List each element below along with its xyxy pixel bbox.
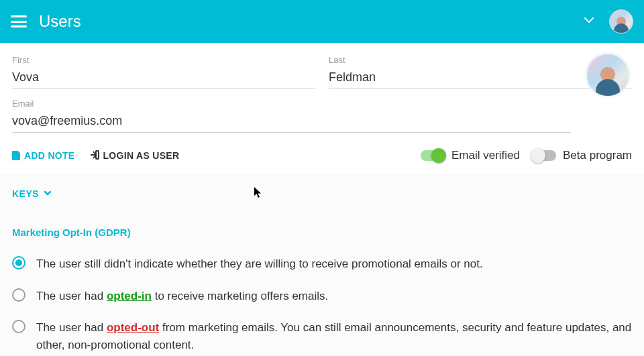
radio-icon — [12, 288, 25, 302]
note-icon — [12, 151, 20, 160]
login-icon — [90, 150, 99, 162]
add-note-button[interactable]: ADD NOTE — [12, 150, 75, 161]
svg-rect-0 — [96, 151, 99, 159]
opted-in-link[interactable]: opted-in — [107, 290, 152, 302]
email-verified-toggle[interactable] — [421, 150, 445, 161]
beta-program-toggle-group: Beta program — [532, 149, 632, 162]
gdpr-radio-group: The user still didn't indicate whether t… — [12, 255, 632, 353]
gdpr-option-not-indicated[interactable]: The user still didn't indicate whether t… — [12, 255, 632, 273]
beta-program-label: Beta program — [563, 149, 632, 162]
last-name-label: Last — [329, 55, 632, 65]
keys-section-toggle[interactable]: KEYS — [12, 188, 52, 200]
gdpr-option-opted-out[interactable]: The user had opted-out from marketing em… — [12, 319, 632, 353]
email-input[interactable] — [12, 111, 571, 133]
login-as-user-label: LOGIN AS USER — [103, 150, 180, 161]
user-form: First Last Email ADD NOTE LOGIN AS USER … — [0, 43, 644, 174]
menu-icon[interactable] — [11, 15, 27, 27]
email-verified-label: Email verified — [451, 149, 520, 162]
gdpr-option-text: The user still didn't indicate whether t… — [36, 255, 483, 273]
cursor-icon — [254, 186, 263, 198]
details-section: KEYS Marketing Opt-In (GDPR) The user st… — [0, 174, 644, 356]
gdpr-section-title: Marketing Opt-In (GDPR) — [12, 227, 632, 238]
gdpr-option-text: The user had opted-in to receive marketi… — [36, 288, 328, 305]
login-as-user-button[interactable]: LOGIN AS USER — [90, 150, 180, 162]
chevron-down-icon — [43, 188, 52, 200]
actions-row: ADD NOTE LOGIN AS USER Email verified Be… — [12, 149, 632, 174]
beta-program-toggle[interactable] — [532, 150, 556, 161]
radio-icon — [12, 320, 25, 333]
toggles: Email verified Beta program — [421, 149, 632, 162]
radio-icon — [12, 256, 25, 270]
header-avatar[interactable] — [609, 9, 633, 34]
add-note-label: ADD NOTE — [24, 150, 75, 161]
first-name-input[interactable] — [12, 68, 315, 89]
first-name-label: First — [12, 55, 315, 65]
gdpr-option-opted-in[interactable]: The user had opted-in to receive marketi… — [12, 288, 632, 305]
user-avatar[interactable] — [585, 52, 631, 98]
email-label: Email — [12, 99, 571, 109]
chevron-down-icon[interactable] — [582, 13, 596, 29]
app-header: Users — [0, 0, 644, 43]
email-field: Email — [12, 99, 571, 133]
opted-out-link[interactable]: opted-out — [107, 321, 159, 334]
keys-label: KEYS — [12, 188, 39, 199]
page-title: Users — [39, 12, 582, 31]
gdpr-option-text: The user had opted-out from marketing em… — [36, 319, 632, 353]
first-name-field: First — [12, 55, 315, 89]
email-verified-toggle-group: Email verified — [421, 149, 520, 162]
